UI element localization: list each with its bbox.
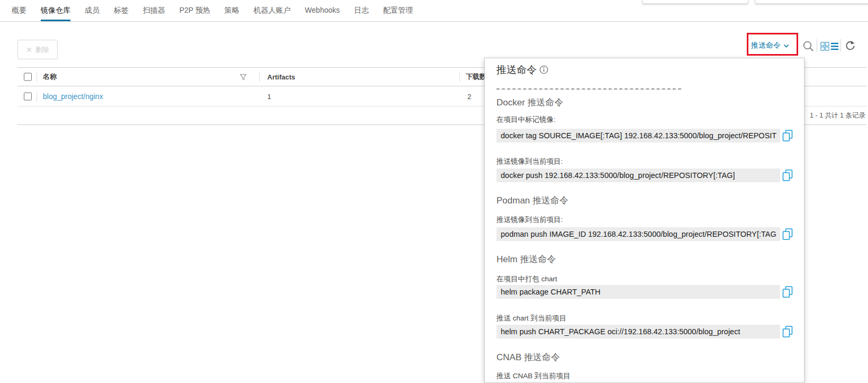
- row-checkbox[interactable]: [24, 92, 32, 100]
- command-text: helm push CHART_PACKAGE oci://192.168.42…: [496, 325, 780, 339]
- command-label: 推送 chart 到当前项目: [496, 314, 566, 323]
- list-view-icon[interactable]: [830, 42, 839, 51]
- card-view-icon[interactable]: [820, 42, 829, 51]
- command-label: 推送镜像到当前项目:: [496, 215, 563, 225]
- select-all-checkbox[interactable]: [24, 73, 32, 81]
- partial-card-left: [642, 0, 748, 4]
- copy-icon[interactable]: [782, 169, 794, 182]
- delete-button[interactable]: ✕ 删除: [17, 40, 58, 59]
- copy-icon[interactable]: [782, 286, 794, 298]
- toolbar-separator: [840, 39, 841, 52]
- filter-icon[interactable]: [240, 74, 247, 81]
- copy-icon[interactable]: [782, 325, 794, 338]
- project-tabs: 概要 镜像仓库 成员 标签 扫描器 P2P 预热 策略 机器人账户 Webhoo…: [12, 6, 413, 21]
- column-header-name[interactable]: 名称: [43, 72, 57, 82]
- push-command-button[interactable]: 推送命令: [751, 39, 789, 52]
- command-text: docker push 192.168.42.133:5000/blog_pro…: [496, 168, 780, 182]
- pulls-count: 2: [467, 92, 471, 100]
- partial-card-right: [755, 0, 868, 4]
- tab-members[interactable]: 成员: [85, 6, 100, 21]
- pagination-summary: 1 - 1 共计 1 条记录: [810, 111, 865, 120]
- tab-p2p-preheat[interactable]: P2P 预热: [179, 6, 210, 21]
- column-header-pulls[interactable]: 下载数: [466, 72, 486, 82]
- harbor-project-page: 概要 镜像仓库 成员 标签 扫描器 P2P 预热 策略 机器人账户 Webhoo…: [0, 0, 868, 383]
- tab-overview[interactable]: 概要: [12, 6, 26, 21]
- tab-robot-accounts[interactable]: 机器人账户: [254, 6, 291, 21]
- delete-button-label: 删除: [35, 45, 49, 55]
- section-heading-podman: Podman 推送命令: [496, 194, 568, 207]
- tab-labels[interactable]: 标签: [114, 6, 129, 21]
- copy-icon[interactable]: [782, 228, 794, 241]
- artifacts-count: 1: [267, 92, 271, 100]
- dashed-divider: [496, 88, 681, 90]
- section-heading-docker: Docker 推送命令: [496, 96, 564, 109]
- tab-configuration[interactable]: 配置管理: [383, 6, 413, 21]
- panel-title: 推送命令: [496, 63, 537, 77]
- command-label: 在项目中打包 chart: [496, 274, 557, 284]
- command-label: 推送镜像到当前项目:: [496, 157, 563, 166]
- tab-policy[interactable]: 策略: [224, 6, 239, 21]
- command-label: 在项目中标记镜像:: [496, 115, 556, 124]
- copy-icon[interactable]: [782, 129, 794, 142]
- chevron-down-icon: [783, 44, 789, 48]
- push-command-panel: 推送命令 Docker 推送命令 在项目中标记镜像: docker tag SO…: [484, 58, 804, 383]
- command-label: 推送 CNAB 到当前项目: [496, 371, 571, 381]
- tab-webhooks[interactable]: Webhooks: [305, 6, 340, 21]
- tab-repositories[interactable]: 镜像仓库: [41, 6, 70, 21]
- toolbar-separator: [817, 39, 817, 52]
- repository-link[interactable]: blog_project/nginx: [43, 92, 103, 101]
- tab-scanner[interactable]: 扫描器: [143, 6, 165, 21]
- push-command-label: 推送命令: [751, 41, 781, 50]
- command-text: helm package CHART_PATH: [496, 285, 780, 299]
- command-text: docker tag SOURCE_IMAGE[:TAG] 192.168.42…: [496, 129, 780, 142]
- info-icon[interactable]: [539, 65, 548, 74]
- column-header-artifacts[interactable]: Artifacts: [267, 73, 295, 81]
- search-icon[interactable]: [802, 40, 815, 52]
- close-icon: ✕: [26, 46, 32, 54]
- command-text: podman push IMAGE_ID 192.168.42.133:5000…: [496, 227, 780, 241]
- tab-logs[interactable]: 日志: [354, 6, 369, 21]
- section-heading-helm: Helm 推送命令: [496, 253, 556, 265]
- section-heading-cnab: CNAB 推送命令: [496, 351, 560, 363]
- refresh-icon[interactable]: [845, 40, 856, 51]
- tabbar-divider: [0, 21, 868, 22]
